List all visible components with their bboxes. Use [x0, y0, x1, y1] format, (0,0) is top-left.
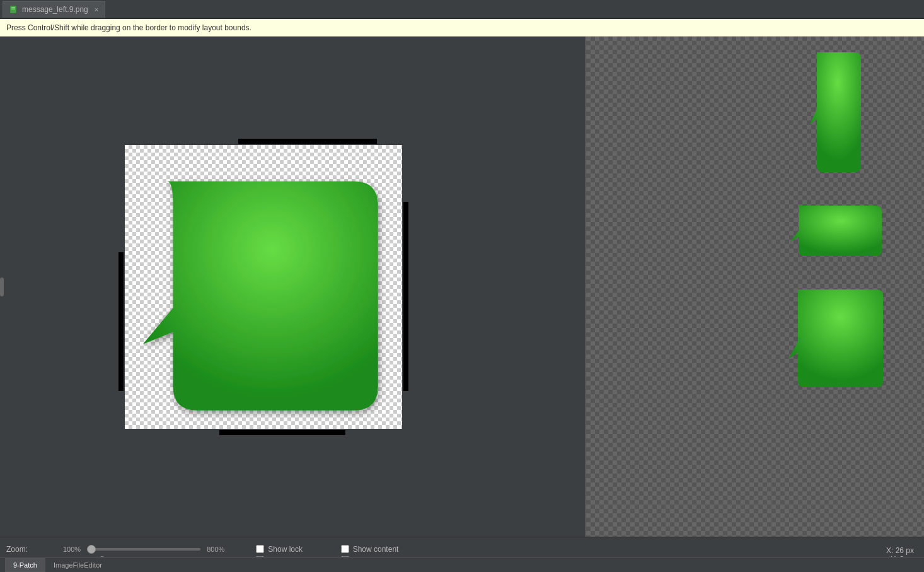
show-lock-row: Show lock [256, 545, 315, 554]
preview-bubble-medium [787, 202, 885, 261]
speech-bubble-image [125, 145, 402, 423]
patch-marker-right [403, 202, 408, 391]
zoom-slider-container [87, 548, 200, 551]
editor-panel [0, 37, 586, 537]
image-container [118, 139, 408, 435]
zoom-label: Zoom: [6, 545, 57, 554]
show-lock-checkbox[interactable] [256, 545, 264, 553]
file-icon [9, 5, 18, 14]
preview-bubble-large [785, 286, 886, 392]
title-bar: message_left.9.png × [0, 0, 924, 19]
left-handle[interactable] [0, 277, 4, 296]
svg-rect-1 [11, 7, 15, 8]
zoom-value: 100% [63, 546, 81, 553]
x-coord: X: 26 px [886, 546, 914, 555]
main-content [0, 37, 924, 537]
show-content-checkbox[interactable] [341, 545, 349, 553]
zoom-row: Zoom: 100% 800% [6, 545, 224, 554]
zoom-slider[interactable] [87, 548, 200, 551]
show-lock-label[interactable]: Show lock [268, 545, 303, 554]
patch-marker-left [118, 252, 124, 391]
preview-panel [586, 37, 924, 537]
preview-bubble-tall [807, 49, 864, 177]
bubble-path [142, 181, 378, 410]
patch-marker-top [238, 139, 377, 144]
file-tab[interactable]: message_left.9.png × [3, 1, 105, 18]
info-message: Press Control/Shift while dragging on th… [6, 23, 251, 32]
show-content-label[interactable]: Show content [353, 545, 399, 554]
tab-label: message_left.9.png [22, 5, 88, 14]
svg-rect-2 [11, 9, 15, 10]
tab-image-file-editor[interactable]: ImageFileEditor [45, 558, 110, 572]
bottom-tabs: 9-Patch ImageFileEditor [0, 557, 924, 572]
info-bar: Press Control/Shift while dragging on th… [0, 19, 924, 37]
image-canvas [118, 139, 408, 435]
tab-nine-patch[interactable]: 9-Patch [5, 558, 45, 572]
tab-close-button[interactable]: × [95, 6, 98, 13]
zoom-max: 800% [207, 546, 224, 553]
preview-items [785, 37, 886, 405]
show-content-row: Show content [341, 545, 415, 554]
patch-marker-bottom [219, 430, 345, 435]
